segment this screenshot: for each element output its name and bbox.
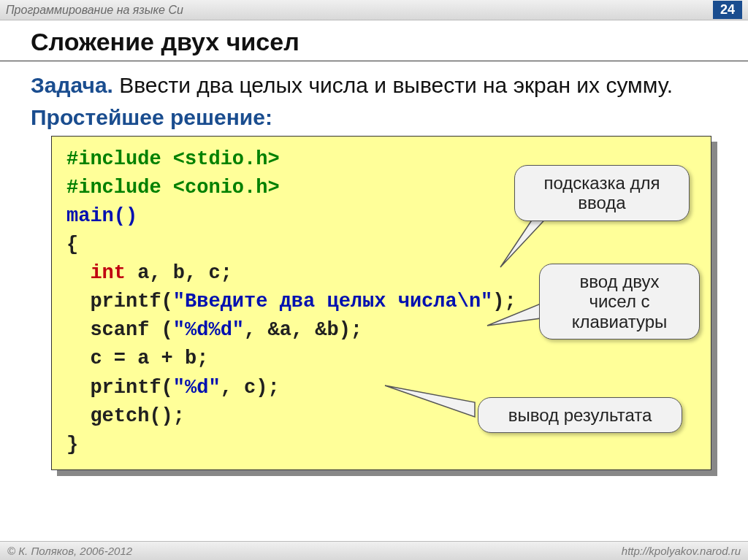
code-printf2a: printf( [66, 377, 173, 399]
code-printf1b: "Введите два целых числа\n" [173, 291, 492, 312]
code-printf2c: , c); [221, 377, 280, 399]
callout-output: вывод результата [478, 397, 682, 434]
code-brace-open: { [66, 234, 78, 256]
code-include1b: <stdio.h> [173, 148, 280, 170]
solution-label: Простейшее решение: [31, 105, 726, 130]
callout-output-tail [383, 384, 478, 421]
code-include1a: #include [66, 148, 173, 170]
task-label: Задача. [31, 73, 113, 97]
task-text: Задача. Ввести два целых числа и вывести… [31, 72, 726, 99]
footer-url: http://kpolyakov.narod.ru [622, 545, 741, 557]
content: Задача. Ввести два целых числа и вывести… [0, 61, 748, 470]
code-scanf-a: scanf ( [66, 319, 173, 341]
footer-copyright: © К. Поляков, 2006-2012 [7, 545, 132, 557]
svg-marker-1 [487, 304, 541, 326]
footer: © К. Поляков, 2006-2012 http://kpolyakov… [0, 541, 748, 560]
callout-hint-text: подсказка для ввода [544, 173, 660, 213]
code-wrapper: #include <stdio.h> #include <conio.h> ma… [51, 136, 711, 471]
header-bar: Программирование на языке Си 24 [0, 0, 748, 20]
svg-marker-2 [385, 386, 475, 417]
callout-input-text: ввод двух чисел с клавиатуры [572, 272, 668, 331]
code-include2a: #include [66, 177, 173, 199]
callout-input-tail [486, 300, 544, 337]
code-vars: a, b, c; [126, 262, 232, 284]
slide-title: Сложение двух чисел [31, 28, 726, 56]
code-assign: c = a + b; [66, 348, 208, 369]
code-printf1a: printf( [66, 291, 173, 312]
code-getch: getch(); [66, 405, 185, 427]
page-number: 24 [713, 1, 742, 19]
task-body: Ввести два целых числа и вывести на экра… [113, 73, 673, 97]
callout-input: ввод двух чисел с клавиатуры [539, 264, 700, 340]
code-include2b: <conio.h> [173, 177, 280, 199]
callout-output-text: вывод результата [508, 405, 652, 425]
title-block: Сложение двух чисел [0, 20, 748, 61]
header-subject: Программирование на языке Си [6, 4, 183, 17]
code-printf2b: "%d" [173, 377, 221, 399]
code-main: main() [66, 205, 137, 227]
code-int: int [90, 262, 126, 284]
callout-hint: подсказка для ввода [514, 165, 690, 221]
code-scanf-c: , &a, &b); [244, 319, 362, 341]
code-scanf-b: "%d%d" [173, 319, 244, 341]
code-brace-close: } [66, 434, 78, 456]
